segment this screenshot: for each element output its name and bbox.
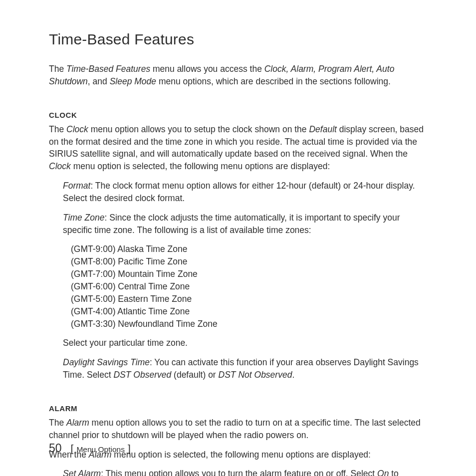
timezone-item: (GMT-6:00) Central Time Zone	[71, 280, 427, 293]
alarm-heading: ALARM	[49, 404, 427, 413]
timezone-item: (GMT-8:00) Pacific Time Zone	[71, 255, 427, 268]
footer-section-label: Menu Options	[76, 445, 125, 454]
timezone-item: (GMT-5:00) Eastern Time Zone	[71, 293, 427, 305]
clock-description: The Clock menu option allows you to setu…	[49, 123, 427, 173]
timezone-item: (GMT-4:00) Atlantic Time Zone	[71, 305, 427, 318]
select-timezone-note: Select your particular time zone.	[63, 337, 427, 349]
alarm-description: The Alarm menu option allows you to set …	[49, 417, 427, 442]
timezone-list: (GMT-9:00) Alaska Time Zone (GMT-8:00) P…	[71, 243, 427, 330]
timezone-item: (GMT-9:00) Alaska Time Zone	[71, 243, 427, 255]
page-footer: 50 [ Menu Options ]	[49, 442, 131, 455]
alarm-set-option: Set Alarm: This menu option allows you t…	[63, 468, 427, 476]
clock-format-option: Format: The clock format menu option all…	[63, 180, 427, 205]
page-title: Time-Based Features	[49, 31, 427, 48]
clock-timezone-option: Time Zone: Since the clock adjusts the t…	[63, 212, 427, 237]
timezone-item: (GMT-3:30) Newfoundland Time Zone	[71, 318, 427, 330]
manual-page: Time-Based Features The Time-Based Featu…	[0, 0, 476, 476]
bracket-open-icon: [	[71, 443, 74, 455]
bracket-close-icon: ]	[128, 443, 131, 455]
timezone-item: (GMT-7:00) Mountain Time Zone	[71, 268, 427, 280]
clock-heading: CLOCK	[49, 111, 427, 119]
clock-dst-option: Daylight Savings Time: You can activate …	[63, 356, 427, 381]
intro-paragraph: The Time-Based Features menu allows you …	[49, 63, 427, 88]
page-number: 50	[49, 442, 62, 455]
